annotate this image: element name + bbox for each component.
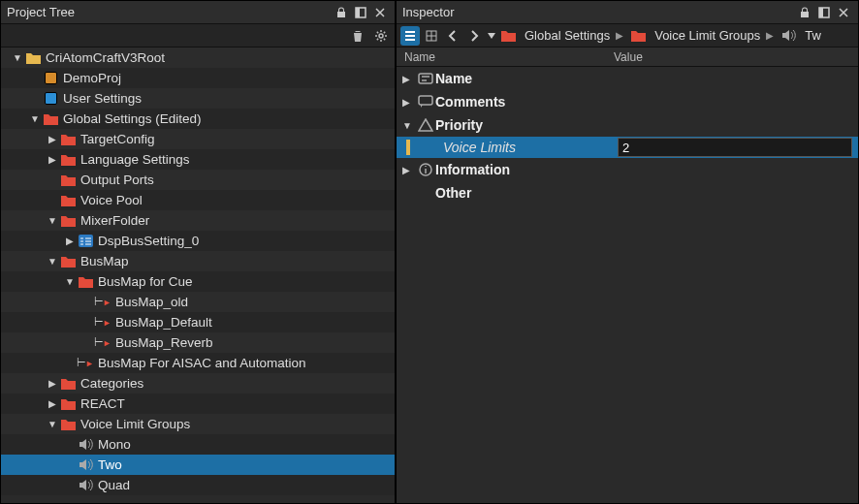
folder-r-icon xyxy=(629,29,647,42)
table-view-icon[interactable] xyxy=(422,26,441,46)
project-tree-title: Project Tree xyxy=(7,5,331,19)
trash-icon[interactable] xyxy=(348,26,367,46)
breadcrumb-label: Global Settings xyxy=(525,28,610,43)
expand-arrow-icon[interactable]: ▼ xyxy=(46,256,59,267)
chevron-right-icon: ▶ xyxy=(766,30,774,41)
gear-icon[interactable] xyxy=(371,26,391,46)
folder-y-icon xyxy=(24,51,42,64)
expand-arrow-icon[interactable]: ▼ xyxy=(402,120,416,131)
breadcrumb-item[interactable]: Tw xyxy=(779,28,821,43)
inspector-group[interactable]: ▶Information xyxy=(397,158,858,181)
box-o-icon xyxy=(42,72,59,84)
folder-r-icon xyxy=(59,214,77,227)
expand-arrow-icon[interactable]: ▶ xyxy=(402,74,416,84)
inspector-body: ▶Name▶Comments▼PriorityVoice Limits▶Info… xyxy=(397,67,858,503)
tree-item[interactable]: ▶TargetConfig xyxy=(1,129,395,149)
tree-item[interactable]: ▶Language Settings xyxy=(1,149,395,170)
close-icon[interactable] xyxy=(371,4,389,21)
expand-arrow-icon[interactable]: ▶ xyxy=(46,134,59,144)
list-view-icon[interactable] xyxy=(400,26,420,46)
folder-r-icon xyxy=(59,153,77,166)
nav-dropdown-icon[interactable] xyxy=(486,26,497,46)
inspector-header: Inspector xyxy=(397,1,858,24)
tree-item[interactable]: ▼MixerFolder xyxy=(1,210,395,231)
breadcrumb-label: Voice Limit Groups xyxy=(654,28,760,43)
inspector-group-label: Information xyxy=(435,162,510,177)
tree-item[interactable]: BusMap_Reverb xyxy=(1,332,395,353)
tree-item-label: Global Settings (Edited) xyxy=(63,111,202,126)
dock-icon[interactable] xyxy=(815,4,833,21)
tree-item-label: User Settings xyxy=(63,91,142,106)
tree-item-label: BusMap_old xyxy=(115,295,188,309)
box-blu-icon xyxy=(77,235,94,247)
tree-item[interactable]: User Settings xyxy=(1,88,395,109)
tree-item[interactable]: ▶DspBusSetting_0 xyxy=(1,231,395,251)
folder-r-icon xyxy=(59,255,77,268)
bus-icon xyxy=(94,316,111,329)
tree-item[interactable]: ▼Global Settings (Edited) xyxy=(1,109,395,129)
tree-item[interactable]: BusMap For AISAC and Automation xyxy=(1,353,395,373)
folder-r-icon xyxy=(59,194,77,206)
expand-arrow-icon[interactable]: ▼ xyxy=(46,419,59,429)
inspector-group[interactable]: Other xyxy=(397,181,858,205)
inspector-group[interactable]: ▶Name xyxy=(397,67,858,90)
inspector-group[interactable]: ▶Comments xyxy=(397,90,858,113)
expand-arrow-icon[interactable]: ▼ xyxy=(46,215,59,226)
tree-item[interactable]: ▶REACT xyxy=(1,394,395,414)
nav-back-icon[interactable] xyxy=(443,26,462,46)
tree-item[interactable]: ▼CriAtomCraftV3Root xyxy=(1,47,395,68)
inspector-property[interactable]: Voice Limits xyxy=(397,137,858,158)
tree-item-label: DspBusSetting_0 xyxy=(98,234,199,248)
tree-item[interactable]: Two xyxy=(1,455,395,475)
inspector-group-label: Name xyxy=(435,71,472,86)
inspector-group[interactable]: ▼Priority xyxy=(397,113,858,137)
tree-item-label: DemoProj xyxy=(63,71,121,85)
lock-icon[interactable] xyxy=(796,4,813,21)
tree-item[interactable]: Output Ports xyxy=(1,170,395,190)
tree-item[interactable]: ▼Voice Limit Groups xyxy=(1,414,395,434)
column-name[interactable]: Name xyxy=(397,50,608,64)
expand-arrow-icon[interactable]: ▶ xyxy=(46,154,59,165)
project-tree[interactable]: ▼CriAtomCraftV3RootDemoProjUser Settings… xyxy=(1,47,395,503)
expand-arrow-icon[interactable]: ▼ xyxy=(11,52,24,63)
folder-r-icon xyxy=(59,377,77,390)
tree-item[interactable]: ▼BusMap for Cue xyxy=(1,271,395,292)
lock-icon[interactable] xyxy=(333,4,350,21)
expand-arrow-icon[interactable]: ▼ xyxy=(28,113,42,124)
property-value-input[interactable] xyxy=(618,138,852,157)
tree-item-label: BusMap for Cue xyxy=(98,274,193,289)
tree-item[interactable]: Quad xyxy=(1,475,395,495)
tree-item-label: Voice Pool xyxy=(80,193,143,207)
breadcrumb-item[interactable]: Global Settings xyxy=(499,28,610,43)
tree-item[interactable]: BusMap_old xyxy=(1,292,395,312)
bus-icon xyxy=(77,357,94,369)
tree-item[interactable]: ▶Categories xyxy=(1,373,395,394)
folder-r-icon xyxy=(59,133,77,145)
expand-arrow-icon[interactable]: ▶ xyxy=(402,97,416,108)
chevron-right-icon: ▶ xyxy=(616,30,623,41)
tree-item-label: TargetConfig xyxy=(80,132,155,146)
expand-arrow-icon[interactable]: ▶ xyxy=(402,165,416,175)
tree-item[interactable]: BusMap_Default xyxy=(1,312,395,332)
expand-arrow-icon[interactable]: ▶ xyxy=(46,398,59,409)
name-icon xyxy=(416,72,435,85)
column-value[interactable]: Value xyxy=(608,50,858,64)
tree-item[interactable]: Mono xyxy=(1,434,395,455)
tree-item-label: BusMap xyxy=(80,254,129,268)
expand-arrow-icon[interactable]: ▶ xyxy=(63,236,77,246)
project-tree-toolbar xyxy=(1,24,395,47)
svg-point-2 xyxy=(379,34,383,38)
svg-rect-5 xyxy=(819,8,823,17)
project-tree-panel: Project Tree ▼CriAtomCraftV3RootDemoProj… xyxy=(0,0,396,504)
expand-arrow-icon[interactable]: ▶ xyxy=(46,378,59,389)
breadcrumb[interactable]: Global Settings▶Voice Limit Groups▶Tw xyxy=(499,28,821,43)
dock-icon[interactable] xyxy=(352,4,369,21)
tree-item[interactable]: Voice Pool xyxy=(1,190,395,210)
expand-arrow-icon[interactable]: ▼ xyxy=(63,276,77,287)
close-icon[interactable] xyxy=(835,4,852,21)
tree-item-label: Two xyxy=(98,457,122,472)
nav-forward-icon[interactable] xyxy=(464,26,484,46)
tree-item[interactable]: DemoProj xyxy=(1,68,395,88)
tree-item[interactable]: ▼BusMap xyxy=(1,251,395,271)
breadcrumb-item[interactable]: Voice Limit Groups xyxy=(629,28,760,43)
